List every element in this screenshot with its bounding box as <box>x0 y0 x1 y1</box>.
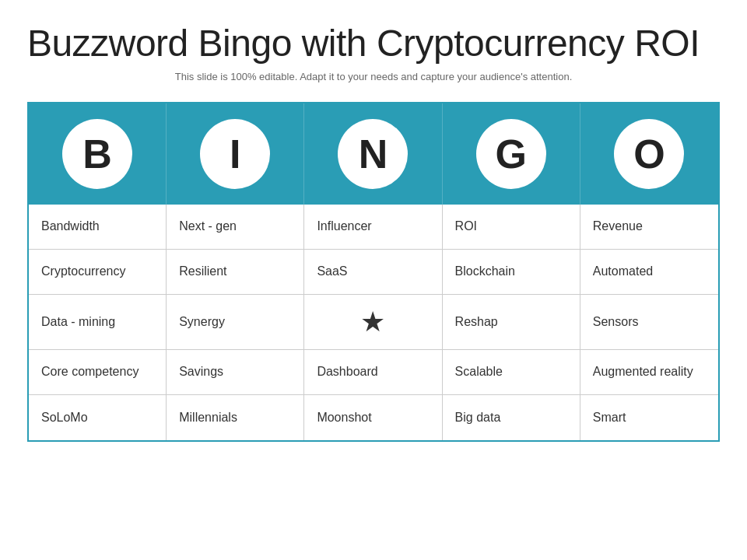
bingo-circle-b: B <box>62 119 132 189</box>
cell-r4-c3: Dashboard <box>304 350 442 395</box>
cell-r1-c4: ROI <box>443 205 580 250</box>
cell-r4-c2: Savings <box>167 350 304 395</box>
cell-r2-c2: Resilient <box>167 250 304 295</box>
bingo-letter-b: B <box>82 134 112 174</box>
cell-r3-c3-star: ★ <box>304 295 442 350</box>
cell-r5-c3: Moonshot <box>304 395 442 440</box>
bingo-header-o: O <box>580 103 718 205</box>
page: Buzzword Bingo with Cryptocurrency ROI T… <box>0 0 747 560</box>
bingo-circle-g: G <box>476 119 546 189</box>
page-title: Buzzword Bingo with Cryptocurrency ROI <box>27 23 720 65</box>
cell-r1-c1: Bandwidth <box>29 205 167 250</box>
bingo-letter-g: G <box>495 134 526 174</box>
cell-r5-c1: SoLoMo <box>29 395 167 440</box>
cell-r1-c2: Next - gen <box>167 205 304 250</box>
cell-r2-c5: Automated <box>580 250 718 295</box>
bingo-circle-i: I <box>200 119 270 189</box>
bingo-letter-n: N <box>359 134 388 174</box>
bingo-table: B I N G O <box>27 102 720 442</box>
page-subtitle: This slide is 100% editable. Adapt it to… <box>27 71 720 82</box>
bingo-header-g: G <box>443 103 580 205</box>
cell-r3-c4: Reshap <box>443 295 580 350</box>
cell-r2-c4: Blockchain <box>443 250 580 295</box>
bingo-circle-n: N <box>338 119 408 189</box>
bingo-header: B I N G O <box>29 103 718 205</box>
cell-r4-c1: Core competency <box>29 350 167 395</box>
cell-r5-c5: Smart <box>580 395 718 440</box>
cell-r5-c4: Big data <box>443 395 580 440</box>
cell-r4-c5: Augmented reality <box>580 350 718 395</box>
bingo-letter-o: O <box>633 134 665 174</box>
cell-r1-c5: Revenue <box>580 205 718 250</box>
cell-r3-c2: Synergy <box>167 295 304 350</box>
bingo-letter-i: I <box>230 134 240 174</box>
cell-r3-c5: Sensors <box>580 295 718 350</box>
cell-r4-c4: Scalable <box>443 350 580 395</box>
cell-r3-c1: Data - mining <box>29 295 167 350</box>
bingo-circle-o: O <box>614 119 684 189</box>
bingo-body: Bandwidth Next - gen Influencer ROI Reve… <box>29 205 718 440</box>
bingo-header-n: N <box>304 103 442 205</box>
cell-r5-c2: Millennials <box>167 395 304 440</box>
bingo-header-b: B <box>29 103 167 205</box>
cell-r1-c3: Influencer <box>304 205 442 250</box>
bingo-header-i: I <box>167 103 304 205</box>
cell-r2-c3: SaaS <box>304 250 442 295</box>
cell-r2-c1: Cryptocurrency <box>29 250 167 295</box>
